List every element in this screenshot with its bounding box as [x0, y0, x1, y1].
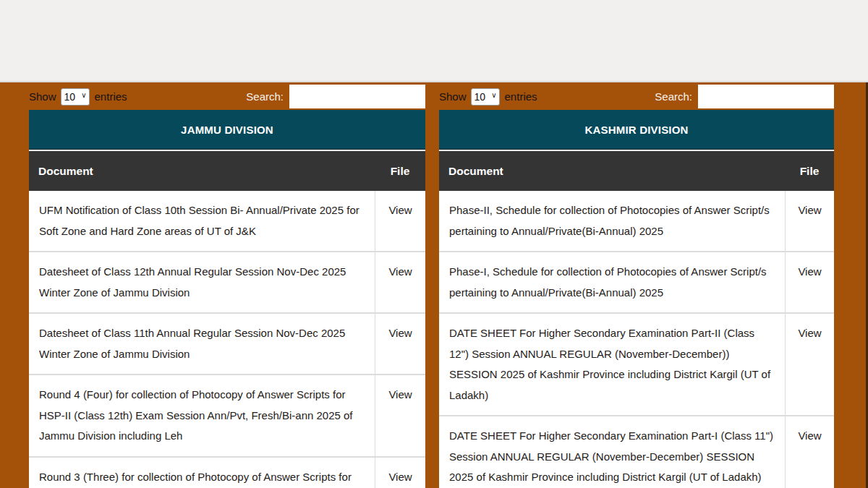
- file-cell: View: [375, 191, 425, 251]
- view-link[interactable]: View: [798, 204, 821, 216]
- entries-label: entries: [95, 90, 127, 103]
- table-row: Phase-II, Schedule for collection of Pho…: [439, 191, 834, 252]
- file-cell: View: [785, 314, 834, 415]
- table-row: Datesheet of Class 12th Annual Regular S…: [29, 252, 425, 314]
- search-input[interactable]: [289, 85, 425, 108]
- search-label: Search:: [655, 90, 692, 103]
- file-cell: View: [785, 252, 834, 312]
- kashmir-table-header: Document File: [439, 151, 834, 191]
- view-link[interactable]: View: [388, 265, 412, 278]
- file-cell: View: [375, 375, 425, 456]
- document-cell: Phase-I, Schedule for collection of Phot…: [439, 252, 785, 312]
- file-cell: View: [785, 191, 834, 251]
- show-entries-label: Show: [29, 90, 56, 103]
- page-top-band: [0, 0, 868, 82]
- jammu-table-body: UFM Notification of Class 10th Session B…: [29, 191, 425, 488]
- kashmir-division-caption: KASHMIR DIVISION: [439, 110, 834, 150]
- view-link[interactable]: View: [388, 388, 412, 401]
- page-size-select-wrap: 10: [471, 88, 500, 106]
- view-link[interactable]: View: [388, 327, 412, 339]
- document-cell: DATE SHEET For Higher Secondary Examinat…: [439, 314, 785, 415]
- table-row: Round 3 (Three) for collection of Photoc…: [29, 458, 425, 488]
- page-size-select[interactable]: 10: [471, 88, 500, 106]
- file-cell: View: [375, 252, 425, 312]
- document-cell: Round 3 (Three) for collection of Photoc…: [29, 458, 375, 488]
- table-row: UFM Notification of Class 10th Session B…: [29, 191, 425, 252]
- file-column-header: File: [785, 165, 834, 178]
- jammu-division-caption: JAMMU DIVISION: [29, 110, 425, 150]
- view-link[interactable]: View: [798, 327, 821, 339]
- document-cell: Datesheet of Class 11th Annual Regular S…: [29, 314, 375, 374]
- table-row: Round 4 (Four) for collection of Photoco…: [29, 375, 425, 458]
- search-input[interactable]: [698, 85, 834, 108]
- file-cell: View: [785, 416, 834, 488]
- table-row: Phase-I, Schedule for collection of Phot…: [439, 252, 834, 314]
- document-column-header: Document: [29, 165, 375, 178]
- jammu-table-controls: Show 10 entries Search:: [29, 85, 425, 108]
- file-column-header: File: [375, 165, 425, 178]
- document-cell: DATE SHEET For Higher Secondary Examinat…: [439, 416, 785, 488]
- search-label: Search:: [246, 90, 284, 103]
- page-size-select-wrap: 10: [61, 88, 90, 106]
- kashmir-table-body: Phase-II, Schedule for collection of Pho…: [439, 191, 834, 488]
- entries-label: entries: [505, 90, 537, 103]
- page-size-select[interactable]: 10: [61, 88, 90, 106]
- view-link[interactable]: View: [388, 204, 412, 216]
- table-row: DATE SHEET For Higher Secondary Examinat…: [439, 314, 834, 416]
- document-cell: Phase-II, Schedule for collection of Pho…: [439, 191, 785, 251]
- document-cell: UFM Notification of Class 10th Session B…: [29, 191, 375, 251]
- document-column-header: Document: [439, 165, 785, 178]
- jammu-table-header: Document File: [29, 151, 425, 191]
- kashmir-table-controls: Show 10 entries Search:: [439, 85, 834, 108]
- document-cell: Datesheet of Class 12th Annual Regular S…: [29, 252, 375, 312]
- file-cell: View: [375, 458, 425, 488]
- view-link[interactable]: View: [388, 471, 412, 483]
- jammu-division-panel: Show 10 entries Search: JAMMU DIVISION D…: [29, 85, 425, 488]
- file-cell: View: [375, 314, 425, 374]
- table-row: Datesheet of Class 11th Annual Regular S…: [29, 314, 425, 375]
- document-cell: Round 4 (Four) for collection of Photoco…: [29, 375, 375, 456]
- view-link[interactable]: View: [798, 265, 821, 278]
- table-row: DATE SHEET For Higher Secondary Examinat…: [439, 416, 834, 488]
- view-link[interactable]: View: [798, 429, 821, 442]
- show-entries-label: Show: [439, 90, 467, 103]
- kashmir-division-panel: Show 10 entries Search: KASHMIR DIVISION…: [439, 85, 834, 488]
